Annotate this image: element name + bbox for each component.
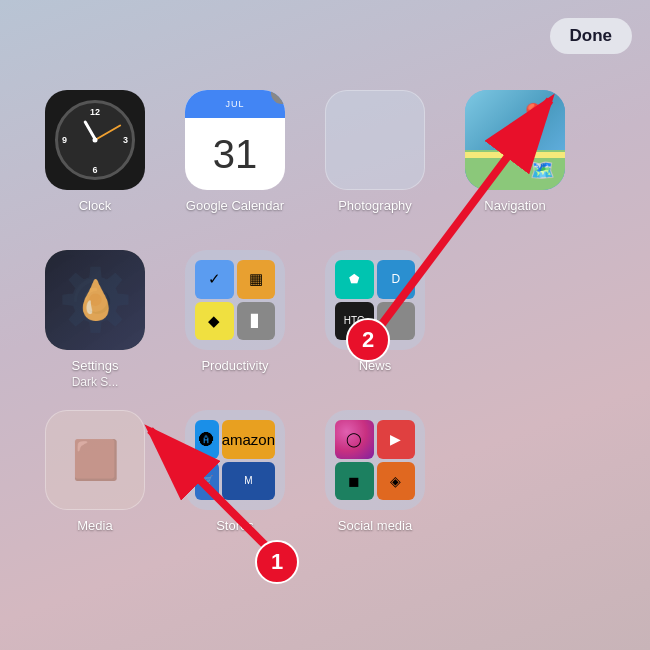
gcal-header: JUL (185, 90, 285, 118)
productivity-mini-4: ▊ (237, 302, 276, 341)
stores-mini-1: 🅐 (195, 420, 219, 459)
app-label-stores: Stores (216, 518, 254, 533)
news-mini-1: ⬟ (335, 260, 374, 299)
social-mini-1: ◯ (335, 420, 374, 459)
app-cell-productivity[interactable]: ✓ ▦ ◆ ▊ Productivity (170, 240, 300, 400)
app-label-social-media: Social media (338, 518, 412, 533)
media-icon: 🟫 (72, 438, 119, 482)
done-button[interactable]: Done (550, 18, 633, 54)
clock-num-6: 6 (92, 165, 97, 175)
app-icon-social[interactable]: ◯ ▶ ◼ ◈ (325, 410, 425, 510)
annotation-badge-1: 1 (255, 540, 299, 584)
app-cell-photography[interactable]: Photography (310, 80, 440, 240)
app-icon-settings[interactable]: ⚙️ 💧 (45, 250, 145, 350)
app-icon-clock[interactable]: 12 3 6 9 (45, 90, 145, 190)
app-cell-stores[interactable]: 🅐 amazon 🛒 M Stores (170, 400, 300, 560)
app-icon-media[interactable]: 🟫 (45, 410, 145, 510)
app-label-clock: Clock (79, 198, 112, 213)
nav-character: 🗺️ (530, 158, 555, 182)
app-label-navigation: Navigation (484, 198, 545, 213)
app-label-settings: Settings (72, 358, 119, 373)
productivity-mini-3: ◆ (195, 302, 234, 341)
nav-map-grid: 📍 🗺️ (465, 90, 565, 190)
stores-mini-2: amazon (222, 420, 275, 459)
clock-face: 12 3 6 9 (55, 100, 135, 180)
annotation-badge-2: 2 (346, 318, 390, 362)
app-icon-photography[interactable] (325, 90, 425, 190)
gcal-month: JUL (225, 99, 244, 109)
app-grid: 12 3 6 9 Clock ✕ JUL 31 Google Calendar … (30, 80, 630, 560)
app-cell-gcal[interactable]: ✕ JUL 31 Google Calendar (170, 80, 300, 240)
nav-pin: 📍 (517, 102, 549, 133)
social-mini-4: ◈ (377, 462, 416, 501)
clock-num-12: 12 (90, 107, 100, 117)
gcal-date: 31 (213, 118, 258, 190)
social-mini-3: ◼ (335, 462, 374, 501)
productivity-mini-1: ✓ (195, 260, 234, 299)
clock-center (93, 138, 98, 143)
dark-mode-overlay: 💧 (45, 250, 145, 350)
news-mini-2: D (377, 260, 416, 299)
app-label-dark: Dark S... (72, 375, 119, 389)
app-icon-gcal[interactable]: ✕ JUL 31 (185, 90, 285, 190)
app-cell-empty-r3 (450, 400, 580, 560)
app-cell-clock[interactable]: 12 3 6 9 Clock (30, 80, 160, 240)
clock-minute-hand (95, 124, 122, 141)
app-cell-settings[interactable]: ⚙️ 💧 Settings Dark S... (30, 240, 160, 400)
water-drop-icon: 💧 (72, 278, 119, 322)
app-icon-stores[interactable]: 🅐 amazon 🛒 M (185, 410, 285, 510)
app-cell-media[interactable]: 🟫 Media (30, 400, 160, 560)
app-icon-navigation[interactable]: 📍 🗺️ (465, 90, 565, 190)
stores-mini-4: M (222, 462, 275, 501)
app-label-gcal: Google Calendar (186, 198, 284, 213)
app-label-media: Media (77, 518, 112, 533)
productivity-mini-2: ▦ (237, 260, 276, 299)
app-label-photography: Photography (338, 198, 412, 213)
app-icon-productivity[interactable]: ✓ ▦ ◆ ▊ (185, 250, 285, 350)
app-cell-navigation[interactable]: 📍 🗺️ Navigation (450, 80, 580, 240)
app-cell-social-media[interactable]: ◯ ▶ ◼ ◈ Social media (310, 400, 440, 560)
clock-num-3: 3 (123, 135, 128, 145)
app-label-productivity: Productivity (201, 358, 268, 373)
clock-num-9: 9 (62, 135, 67, 145)
social-mini-2: ▶ (377, 420, 416, 459)
stores-mini-3: 🛒 (195, 462, 219, 501)
app-cell-empty-r2 (450, 240, 580, 400)
